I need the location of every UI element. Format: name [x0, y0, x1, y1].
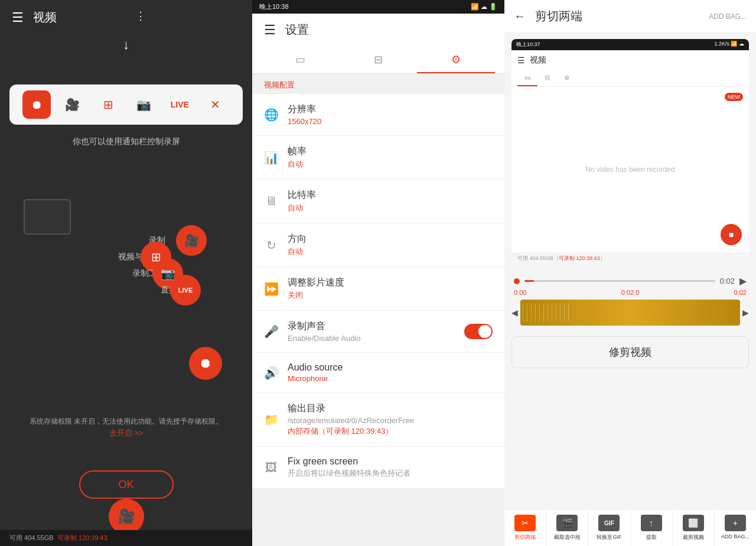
live-toolbar-btn[interactable]: LIVE: [165, 90, 194, 119]
setting-speed-value: 关闭: [288, 290, 493, 301]
record-bottom-icon: 🎥: [118, 508, 135, 525]
left-content-area: 录制 🎥 视频与设置 ⊞ 录制工具 📷 直播: [0, 152, 252, 546]
phone-thumbnail: [24, 199, 71, 235]
setting-audio-value: Enable/Disable Audio: [288, 334, 455, 343]
output-dir-icon: 📁: [264, 412, 278, 427]
setting-speed[interactable]: ⏩ 调整影片速度 关闭: [252, 267, 504, 311]
middle-panel: 晚上10:38 📶 ☁ 🔋 ☰ 设置 ▭ ⊟ ⚙ 视频配置 🌐 分辨率 1560…: [252, 0, 504, 546]
strip-content[interactable]: [520, 300, 740, 326]
photo-toolbar-btn[interactable]: 📷: [130, 90, 158, 119]
float-btn-live[interactable]: LIVE: [170, 275, 201, 306]
crop-icon-wrap: ⬜: [683, 515, 704, 531]
tool-extract-audio[interactable]: ↑ 提取: [631, 510, 673, 546]
record-bottom-btn[interactable]: 🎥: [109, 499, 144, 534]
record-stop-icon: ■: [729, 230, 734, 239]
edit-video-btn[interactable]: 修剪视频: [511, 336, 749, 368]
record-toolbar-btn[interactable]: ⏺: [22, 90, 51, 119]
tool-add-bag[interactable]: + ADD BAG...: [715, 510, 756, 546]
ok-button[interactable]: OK: [79, 470, 174, 499]
strip-left-arrow[interactable]: ◀: [511, 308, 518, 317]
setting-bitrate[interactable]: 🖥 比特率 自动 🎥: [252, 180, 504, 223]
ts-mid: 0:02.0: [621, 289, 640, 296]
setting-bitrate-label: 比特率: [288, 189, 493, 202]
setting-green-screen[interactable]: 🖼 Fix green screen 开启后将以绿色视频特殊角色持记者: [252, 447, 504, 489]
add-bag-btn[interactable]: ADD BAG...: [709, 12, 747, 21]
audio-toggle[interactable]: [464, 324, 493, 339]
photo-toolbar-icon: 📷: [136, 98, 151, 112]
open-storage-link[interactable]: 去开启 >>: [109, 428, 144, 437]
phone-tab-2[interactable]: ⊟: [537, 70, 557, 86]
fps-icon: 📊: [264, 151, 278, 165]
setting-audio-source-label: Audio source: [288, 362, 493, 373]
setting-green-screen-value: 开启后将以绿色视频特殊角色持记者: [288, 468, 493, 479]
setting-audio-label: 录制声音: [288, 320, 455, 333]
float-btn-record[interactable]: 🎥: [176, 225, 207, 256]
play-btn[interactable]: ▶: [739, 275, 747, 287]
tab-video[interactable]: ▭: [262, 46, 340, 73]
phone-nav: ☰ 视频: [511, 50, 749, 70]
setting-fps[interactable]: 📊 帧率 自动: [252, 136, 504, 180]
tool-crop[interactable]: ⬜ 裁剪视频: [673, 510, 715, 546]
tab-settings[interactable]: ⚙: [417, 46, 495, 73]
setting-orientation[interactable]: ↻ 方向 自动 ⊞ 📷 LIVE: [252, 223, 504, 267]
setting-output-dir[interactable]: 📁 输出目录 /storage/emulated/0/AzRecorderFre…: [252, 393, 504, 447]
timeline-strip: ◀ ▶: [511, 300, 749, 326]
phone-tab-3[interactable]: ⊛: [557, 70, 576, 86]
add-bag-icon-wrap: +: [725, 515, 746, 531]
crop-icon: ⬜: [688, 518, 698, 528]
mid-tabs: ▭ ⊟ ⚙: [252, 46, 504, 74]
grid-toolbar-btn[interactable]: ⊞: [94, 90, 122, 119]
camera-toolbar-btn[interactable]: 🎥: [58, 90, 87, 119]
setting-audio[interactable]: 🎤 录制声音 Enable/Disable Audio: [252, 311, 504, 353]
setting-audio-source[interactable]: 🔊 Audio source Microphone: [252, 353, 504, 393]
timeline-dot: [514, 278, 520, 284]
center-record-icon: ⏺: [199, 356, 212, 371]
extract-label: 截取选中段: [554, 534, 581, 541]
tool-trim-ends[interactable]: ✂ 剪切两端: [504, 510, 546, 546]
phone-preview: 晚上10:37 1.2K/s 📶 ☁ ☰ 视频 ▭ ⊟ ⊛ No video h…: [511, 39, 749, 265]
bottom-tools: ✂ 剪切两端 🎬 截取选中段 GIF 转换至GIF ↑ 提取 ⬜ 裁: [504, 509, 756, 546]
notice-text: 你也可以使用通知栏控制录屏: [0, 132, 252, 152]
setting-green-screen-label: Fix green screen: [288, 456, 493, 467]
strip-right-arrow[interactable]: ▶: [742, 308, 749, 317]
storage-bar: 可用 404.55GB 可录制 120:39:43: [0, 530, 252, 546]
phone-tabs: ▭ ⊟ ⊛: [511, 70, 749, 87]
gif-icon: GIF: [604, 520, 614, 526]
ts-start: 0:00: [514, 289, 526, 296]
menu-icon[interactable]: ☰: [12, 10, 24, 25]
phone-content: No video has been recorded NEW ■: [511, 87, 749, 252]
more-options-icon[interactable]: ⋮: [135, 9, 146, 22]
setting-resolution-value: 1560x720: [288, 117, 493, 126]
setting-orientation-value: 自动: [288, 246, 493, 257]
record-toolbar-icon: ⏺: [31, 98, 43, 112]
hamburger-icon[interactable]: ☰: [264, 22, 276, 38]
audio-source-icon: 🔊: [264, 366, 278, 380]
phone-tab-1[interactable]: ▭: [517, 70, 537, 86]
tab-photo-icon: ⊟: [374, 53, 383, 66]
tab-photo[interactable]: ⊟: [340, 46, 418, 73]
setting-fps-value: 自动: [288, 159, 493, 170]
right-panel: ← 剪切两端 ADD BAG... 晚上10:37 1.2K/s 📶 ☁ ☰ 视…: [504, 0, 756, 546]
left-panel-title: 视频: [33, 9, 57, 25]
section-video-config: 视频配置: [252, 74, 504, 94]
crop-label: 裁剪视频: [683, 534, 704, 541]
ts-end: 0:02: [734, 289, 747, 296]
setting-bitrate-value: 自动: [288, 203, 493, 213]
setting-output-dir-value: /storage/emulated/0/AzRecorderFree: [288, 416, 493, 425]
setting-resolution[interactable]: 🌐 分辨率 1560x720: [252, 94, 504, 136]
center-record-btn[interactable]: ⏺: [189, 347, 222, 380]
extract-audio-label: 提取: [646, 534, 657, 541]
record-stop-btn[interactable]: ■: [721, 224, 742, 245]
green-screen-icon: 🖼: [264, 461, 278, 474]
toggle-knob: [478, 325, 491, 338]
phone-nav-title: 视频: [530, 55, 546, 66]
float-record-icon: 🎥: [184, 233, 199, 248]
close-toolbar-btn[interactable]: ✕: [201, 90, 230, 119]
tool-gif[interactable]: GIF 转换至GIF: [588, 510, 630, 546]
phone-nav-menu[interactable]: ☰: [517, 56, 525, 65]
back-icon[interactable]: ←: [514, 9, 526, 23]
tool-extract-segment[interactable]: 🎬 截取选中段: [546, 510, 588, 546]
add-bag-label: ADD BAG...: [721, 534, 750, 540]
timeline-time-row: 0:02 ▶: [511, 275, 749, 287]
setting-output-dir-extra: 内部存储（可录制 120:39:43）: [288, 426, 493, 437]
